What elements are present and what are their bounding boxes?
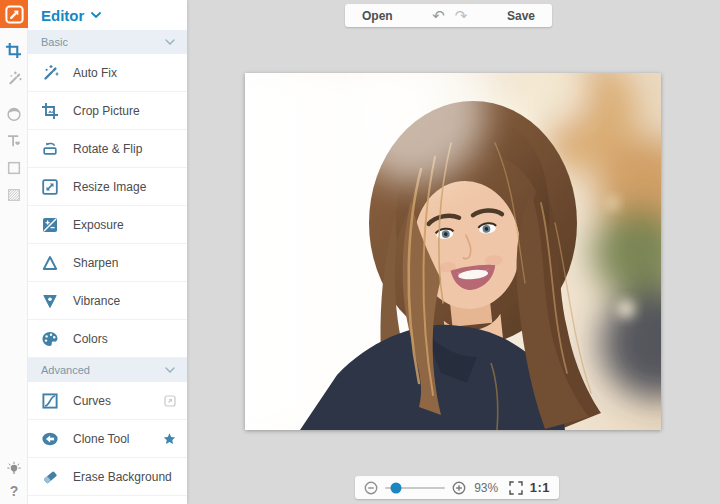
page-title: Editor xyxy=(41,7,84,24)
menu-item-label: Crop Picture xyxy=(73,104,140,118)
redo-icon[interactable]: ↷ xyxy=(455,8,468,23)
zoom-out-icon[interactable] xyxy=(364,481,378,495)
menu-item-label: Clone Tool xyxy=(73,432,129,446)
vibrance-icon xyxy=(41,292,59,310)
menu-item-label: Colors xyxy=(73,332,108,346)
exposure-icon xyxy=(41,216,59,234)
beauty-tool-icon[interactable] xyxy=(0,100,28,127)
zoom-in-icon[interactable] xyxy=(452,481,466,495)
chevron-down-icon xyxy=(165,39,175,45)
chevron-down-icon xyxy=(91,12,101,18)
editor-sidebar: Editor Basic Auto Fix xyxy=(28,0,187,504)
canvas-image[interactable] xyxy=(245,73,661,430)
external-link-badge-icon xyxy=(164,395,176,407)
menu-item-label: Vibrance xyxy=(73,294,120,308)
sidebar-item-clone-tool[interactable]: Clone Tool xyxy=(28,420,187,458)
menu-item-label: Rotate & Flip xyxy=(73,142,142,156)
clone-tool-icon xyxy=(41,430,59,448)
tips-lightbulb-icon[interactable] xyxy=(5,460,23,478)
sidebar-item-resize-image[interactable]: Resize Image xyxy=(28,168,187,206)
text-tool-icon[interactable] xyxy=(0,127,28,154)
menu-item-label: Auto Fix xyxy=(73,66,117,80)
photo-editor-window: { "colors": { "accent_orange": "#F16C24"… xyxy=(0,0,720,504)
menu-item-label: Resize Image xyxy=(73,180,146,194)
frame-tool-icon[interactable] xyxy=(0,154,28,181)
app-logo[interactable] xyxy=(0,0,28,28)
magic-wand-tool-icon[interactable] xyxy=(0,64,28,91)
colors-palette-icon xyxy=(41,330,59,348)
rail-bottom-icons: ? xyxy=(0,460,28,499)
open-button[interactable]: Open xyxy=(362,9,393,23)
star-badge-icon xyxy=(163,432,176,445)
sidebar-item-auto-fix[interactable]: Auto Fix xyxy=(28,54,187,92)
auto-fix-icon xyxy=(41,64,59,82)
top-toolbar: Open ↶ ↷ Save xyxy=(345,4,552,27)
curves-icon xyxy=(41,392,59,410)
rotate-flip-icon xyxy=(41,140,59,158)
sidebar-item-exposure[interactable]: Exposure xyxy=(28,206,187,244)
sharpen-icon xyxy=(41,254,59,272)
menu-item-label: Erase Background xyxy=(73,470,172,484)
sidebar-item-erase-background[interactable]: Erase Background xyxy=(28,458,187,496)
menu-item-label: Curves xyxy=(73,394,111,408)
zoom-statusbar: 93% 1:1 xyxy=(355,476,559,499)
section-label: Advanced xyxy=(41,364,90,376)
zoom-slider-handle[interactable] xyxy=(390,482,401,493)
sidebar-item-sharpen[interactable]: Sharpen xyxy=(28,244,187,282)
save-button[interactable]: Save xyxy=(507,9,535,23)
help-icon[interactable]: ? xyxy=(10,483,19,499)
sidebar-item-colors[interactable]: Colors xyxy=(28,320,187,358)
erase-background-icon xyxy=(41,468,59,486)
section-header-basic[interactable]: Basic xyxy=(28,30,187,54)
fullscreen-icon[interactable] xyxy=(509,481,523,495)
resize-image-icon xyxy=(41,178,59,196)
sidebar-item-curves[interactable]: Curves xyxy=(28,382,187,420)
portrait-photo-illustration xyxy=(245,73,661,430)
crop-tool-icon[interactable] xyxy=(0,37,28,64)
sidebar-item-vibrance[interactable]: Vibrance xyxy=(28,282,187,320)
sidebar-item-crop-picture[interactable]: Crop Picture xyxy=(28,92,187,130)
section-label: Basic xyxy=(41,36,68,48)
menu-item-label: Sharpen xyxy=(73,256,118,270)
history-controls: ↶ ↷ xyxy=(432,8,467,23)
rail-tool-list xyxy=(0,28,27,208)
tool-rail: ? xyxy=(0,0,28,504)
sidebar-item-rotate-flip[interactable]: Rotate & Flip xyxy=(28,130,187,168)
crop-picture-icon xyxy=(41,102,59,120)
section-header-advanced[interactable]: Advanced xyxy=(28,358,187,382)
zoom-level-value: 93% xyxy=(473,481,500,495)
zoom-slider[interactable] xyxy=(385,487,445,489)
fotor-logo-icon xyxy=(5,5,24,24)
editor-menu-toggle[interactable]: Editor xyxy=(28,0,187,30)
chevron-down-icon xyxy=(165,367,175,373)
menu-item-label: Exposure xyxy=(73,218,124,232)
undo-icon[interactable]: ↶ xyxy=(432,8,445,23)
actual-size-button[interactable]: 1:1 xyxy=(530,480,550,495)
texture-tool-icon[interactable] xyxy=(0,181,28,208)
